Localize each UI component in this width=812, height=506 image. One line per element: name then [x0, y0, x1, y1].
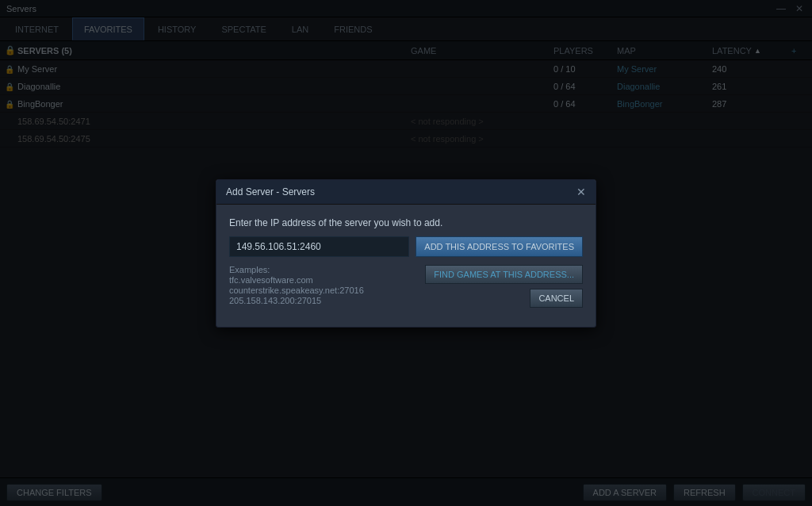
example-1: tfc.valvesoftware.com: [229, 275, 364, 285]
modal-action-buttons: FIND GAMES AT THIS ADDRESS... CANCEL: [425, 265, 583, 308]
modal-title-bar: Add Server - Servers ✕: [216, 180, 596, 205]
modal-examples: Examples: tfc.valvesoftware.com counters…: [229, 265, 364, 306]
add-server-modal: Add Server - Servers ✕ Enter the IP addr…: [216, 179, 596, 328]
add-to-favorites-button[interactable]: ADD THIS ADDRESS TO FAVORITES: [416, 236, 583, 257]
modal-title: Add Server - Servers: [226, 186, 315, 197]
examples-label: Examples:: [229, 265, 364, 274]
cancel-button[interactable]: CANCEL: [530, 289, 583, 308]
example-3: 205.158.143.200:27015: [229, 296, 364, 305]
modal-instruction-label: Enter the IP address of the server you w…: [229, 217, 583, 228]
find-games-button[interactable]: FIND GAMES AT THIS ADDRESS...: [425, 265, 583, 284]
modal-input-row: ADD THIS ADDRESS TO FAVORITES: [229, 236, 583, 257]
modal-close-button[interactable]: ✕: [576, 186, 586, 197]
ip-address-input[interactable]: [229, 236, 409, 257]
modal-overlay: Add Server - Servers ✕ Enter the IP addr…: [0, 0, 812, 506]
modal-body: Enter the IP address of the server you w…: [216, 205, 596, 327]
example-2: counterstrike.speakeasy.net:27016: [229, 286, 364, 295]
